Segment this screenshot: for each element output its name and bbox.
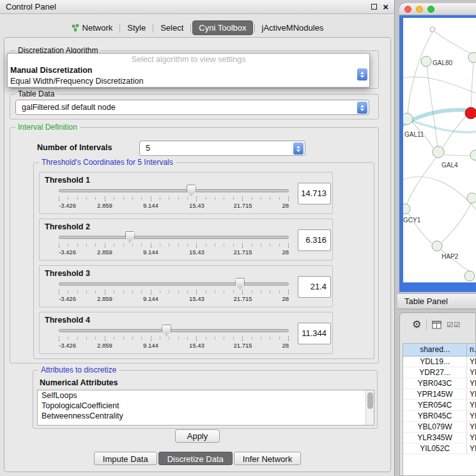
threshold-4-value-field[interactable]: 11.344 <box>298 323 331 344</box>
slider-track[interactable] <box>59 236 289 239</box>
column-header-name[interactable]: n... <box>467 344 476 357</box>
table-row[interactable]: YDL19... YDL1... <box>403 357 476 367</box>
node-selected-red[interactable] <box>465 107 476 119</box>
cell-name[interactable]: YBR0... <box>467 378 476 388</box>
node-gal4[interactable] <box>433 146 444 158</box>
cell-name[interactable]: YLR3... <box>467 433 476 443</box>
threshold-1-slider[interactable]: -3.426 2.859 9.144 15.43 21.715 28 <box>59 184 289 210</box>
node-gal80[interactable] <box>421 56 431 66</box>
scale-label: 9.144 <box>143 342 158 349</box>
table-data-dropdown-button[interactable] <box>357 102 367 114</box>
threshold-4-slider[interactable]: -3.426 2.859 9.144 15.43 21.715 28 <box>59 324 289 349</box>
scale-label: 2.859 <box>97 202 112 209</box>
tab-discretize-data[interactable]: Discretize Data <box>158 452 233 465</box>
gear-icon[interactable]: ⚙ <box>412 319 421 330</box>
tab-style[interactable]: Style <box>121 21 151 35</box>
option-manual-discretization[interactable]: Manual Discretization <box>8 65 369 76</box>
node-hap2[interactable] <box>432 241 442 251</box>
cell-name[interactable]: YIL0... <box>467 443 476 454</box>
table-row[interactable]: YIL052C YIL0... <box>403 443 476 454</box>
tab-label: Network <box>82 23 113 33</box>
slider-track[interactable] <box>59 329 289 332</box>
node-clipped[interactable] <box>467 193 476 203</box>
tab-label: Cyni Toolbox <box>199 23 246 33</box>
tab-impute-data[interactable]: Impute Data <box>94 452 157 465</box>
close-icon[interactable]: × <box>383 4 388 10</box>
scale-label: 21.715 <box>233 202 252 209</box>
cell-shared-name[interactable]: YER054C <box>403 400 467 410</box>
threshold-1-value-field[interactable]: 14.713 <box>298 183 331 204</box>
cell-name[interactable]: YDL1... <box>467 357 476 367</box>
cell-shared-name[interactable]: YDL19... <box>403 357 467 367</box>
slider-thumb[interactable] <box>162 325 171 336</box>
minimize-button[interactable] <box>416 6 423 13</box>
group-title: Threshold's Coordinates for 5 Intervals <box>39 158 176 167</box>
group-title: Table Data <box>15 89 57 98</box>
cell-shared-name[interactable]: YBR045C <box>403 411 467 421</box>
slider-thumb[interactable] <box>187 185 196 196</box>
list-item[interactable]: BetweennessCentrality <box>38 411 374 421</box>
number-of-intervals-button[interactable] <box>293 142 303 155</box>
cell-shared-name[interactable]: YDR27... <box>403 367 467 378</box>
columns-icon[interactable] <box>432 321 441 329</box>
table-data-dropdown[interactable]: galFiltered.sif default node <box>15 100 369 115</box>
cell-name[interactable]: YBR0... <box>467 411 476 421</box>
scale-label: 2.859 <box>97 295 112 302</box>
threshold-3-slider[interactable]: -3.426 2.859 9.144 15.43 21.715 28 <box>59 277 289 303</box>
scrollbar-thumb[interactable] <box>367 392 373 409</box>
node-clipped[interactable] <box>470 150 476 160</box>
scale-label: 2.859 <box>97 342 112 349</box>
option-equal-width-frequency[interactable]: Equal Width/Frequency Discretization <box>8 76 369 87</box>
close-button[interactable] <box>404 6 411 13</box>
list-item[interactable]: SelfLoops <box>38 390 374 401</box>
table-row[interactable]: YLR345W YLR3... <box>403 433 476 443</box>
zoom-button[interactable] <box>427 6 434 13</box>
table-data-group: Table Data galFiltered.sif default node <box>10 94 379 119</box>
list-scrollbar[interactable] <box>365 390 374 425</box>
number-of-intervals-dropdown[interactable]: 5 <box>139 141 305 156</box>
algorithm-dropdown-button[interactable] <box>357 68 367 81</box>
float-window-icon[interactable] <box>371 4 377 10</box>
node-label-gal4: GAL4 <box>441 162 458 169</box>
slider-thumb[interactable] <box>125 231 135 243</box>
node-clipped[interactable] <box>464 271 475 281</box>
table-row[interactable]: YBR043C YBR0... <box>403 378 476 389</box>
cell-shared-name[interactable]: YLR345W <box>403 433 467 443</box>
cell-name[interactable]: YER0... <box>467 400 476 410</box>
cell-shared-name[interactable]: YIL052C <box>403 443 467 454</box>
node-clipped[interactable] <box>468 52 476 63</box>
threshold-2-slider[interactable]: -3.426 2.859 9.144 15.43 21.715 28 <box>59 231 289 256</box>
cell-shared-name[interactable]: YPR145W <box>403 389 467 399</box>
cell-name[interactable]: YDR2... <box>467 367 476 378</box>
select-columns-icons[interactable]: ☑☑ <box>447 321 461 329</box>
table-row[interactable]: YBR045C YBR0... <box>403 411 476 422</box>
list-item[interactable]: TopologicalCoefficient <box>38 401 374 411</box>
table-row[interactable]: YPR145W YPR1... <box>403 389 476 400</box>
cell-shared-name[interactable]: YBR043C <box>403 378 467 388</box>
table-row[interactable]: YER054C YER0... <box>403 400 476 411</box>
cell-name[interactable]: YPR1... <box>467 389 476 399</box>
tab-network[interactable]: Network <box>65 21 119 35</box>
column-header-shared-name[interactable]: shared... <box>403 344 467 357</box>
node-small-pink[interactable] <box>430 27 435 32</box>
node-gcy1[interactable] <box>403 204 410 214</box>
node-gal11[interactable] <box>403 113 413 125</box>
slider-track[interactable] <box>59 189 289 192</box>
cell-shared-name[interactable]: YBL079W <box>403 422 467 432</box>
tab-jactivemnodules[interactable]: jActiveMNodules <box>256 21 330 35</box>
slider-track[interactable] <box>59 282 289 286</box>
threshold-2-value-field[interactable]: 6.316 <box>298 229 331 251</box>
network-canvas[interactable]: GAL80 GAL11 GAL4 GCY1 HAP2 <box>403 18 476 282</box>
tab-infer-network[interactable]: Infer Network <box>234 452 301 465</box>
scale-label: 15.43 <box>189 249 204 256</box>
threshold-2-panel: Threshold 2 -3.426 2.859 9.144 15.43 21.… <box>39 219 333 261</box>
table-row[interactable]: YBL079W YBL0... <box>403 422 476 433</box>
apply-button[interactable]: Apply <box>175 429 220 443</box>
tab-cyni-toolbox[interactable]: Cyni Toolbox <box>192 20 252 35</box>
slider-thumb[interactable] <box>235 278 245 289</box>
tab-select[interactable]: Select <box>155 21 189 35</box>
table-row[interactable]: YDR27... YDR2... <box>403 367 476 378</box>
threshold-3-value-field[interactable]: 21.4 <box>298 276 331 298</box>
group-title: Attributes to discretize <box>38 365 119 374</box>
cell-name[interactable]: YBL0... <box>467 422 476 432</box>
